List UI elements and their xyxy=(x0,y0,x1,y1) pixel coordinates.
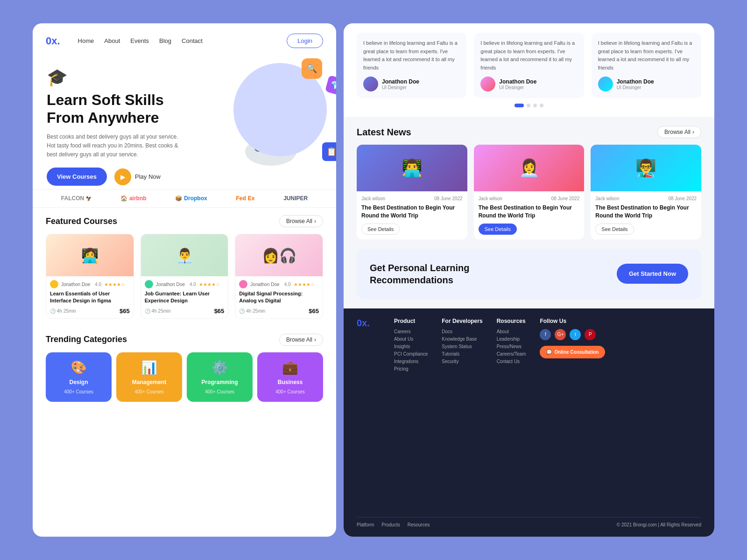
footer-link-tutorials[interactable]: Tutorials xyxy=(442,351,482,357)
testimonials-grid: I believe in lifelong learning and Faltu… xyxy=(357,33,701,98)
course-avatar-2 xyxy=(145,280,153,288)
footer-link-knowledge[interactable]: Knowledge Base xyxy=(442,336,482,342)
category-management[interactable]: 📊 Management 400+ Courses xyxy=(116,352,182,402)
dot-3[interactable] xyxy=(533,104,537,107)
testimonial-name-1: Jonathon Doe xyxy=(382,78,419,85)
footer-product-title: Product xyxy=(394,318,428,324)
testimonial-user-1: Jonathon Doe UI Desinger xyxy=(363,77,460,91)
course-meta-2: Jonathon Doe 4.0 ★★★★☆ xyxy=(145,280,225,288)
login-button[interactable]: Login xyxy=(287,34,323,48)
browse-all-courses-button[interactable]: Browse All › xyxy=(279,215,323,227)
nav-blog[interactable]: Blog xyxy=(159,37,171,44)
course-card-3: 👩‍🎧 Jonathon Doe 4.0 ★★★★☆ Digital Signa… xyxy=(235,234,323,319)
news-author-1: Jack wilson xyxy=(361,196,385,201)
courses-grid: 👩‍💻 Jonathon Doe 4.0 ★★★★☆ Learn Essenti… xyxy=(46,234,323,319)
float-list-icon: 📋 xyxy=(322,142,336,161)
testimonial-user-3: Jonathon Doe UI Desinger xyxy=(598,77,695,91)
navbar: 0x. Home About Events Blog Contact Login xyxy=(33,23,336,58)
news-detail-btn-2[interactable]: See Details xyxy=(479,224,517,235)
pinterest-icon[interactable]: P xyxy=(585,329,596,340)
float-diamond-icon: 💎 xyxy=(325,75,336,96)
category-business[interactable]: 💼 Business 400+ Courses xyxy=(257,352,323,402)
footer-link-status[interactable]: System Status xyxy=(442,344,482,349)
nav-about[interactable]: About xyxy=(104,37,120,44)
testimonial-name-3: Jonathon Doe xyxy=(617,78,654,85)
footer-bottom-platform[interactable]: Platform xyxy=(357,522,374,527)
news-meta-1: Jack wilson 08 June 2022 xyxy=(361,196,463,201)
footer-link-security[interactable]: Security xyxy=(442,359,482,364)
news-detail-btn-3[interactable]: See Details xyxy=(595,224,634,235)
latest-news-section: Latest News Browse All › 👨‍💻 Jack wilson… xyxy=(344,117,714,249)
twitter-icon[interactable]: t xyxy=(570,329,581,340)
brand-dropbox: 📦Dropbox xyxy=(175,195,207,202)
browse-all-news-button[interactable]: Browse All › xyxy=(657,126,701,138)
brand-juniper: JUNIPER xyxy=(283,195,308,202)
testimonial-name-2: Jonathon Doe xyxy=(499,78,536,85)
footer-link-about[interactable]: About xyxy=(497,329,526,334)
footer-link-docs[interactable]: Docs xyxy=(442,329,482,334)
footer-link-leadership[interactable]: Leadership xyxy=(497,336,526,342)
testimonial-text-2: I believe in lifelong learning and Faltu… xyxy=(480,39,577,72)
carousel-dots xyxy=(357,104,701,107)
design-count: 400+ Courses xyxy=(64,389,93,394)
google-plus-icon[interactable]: G+ xyxy=(555,329,566,340)
course-footer-2: 🕐 4h 25min $65 xyxy=(145,308,225,315)
brands-section: FALCON🦅 🏠airbnb 📦Dropbox FedEx JUNIPER xyxy=(33,189,336,208)
news-title: Latest News xyxy=(357,127,411,138)
course-meta-1: Jonathon Doe 4.0 ★★★★☆ xyxy=(50,280,130,288)
course-author-1: Jonathon Doe xyxy=(61,282,90,287)
footer-developers-col: For Developers Docs Knowledge Base Syste… xyxy=(442,318,482,374)
business-icon: 💼 xyxy=(282,360,298,375)
footer-link-careers[interactable]: Careers xyxy=(394,329,428,334)
news-author-3: Jack wilson xyxy=(595,196,619,201)
view-courses-button[interactable]: View Courses xyxy=(47,168,107,186)
footer-link-press[interactable]: Press/News xyxy=(497,344,526,349)
testimonial-3: I believe in lifelong learning and Faltu… xyxy=(592,33,701,98)
float-search-icon: 🔍 xyxy=(302,58,322,79)
footer-bottom-products[interactable]: Products xyxy=(381,522,400,527)
left-panel: 0x. Home About Events Blog Contact Login… xyxy=(33,23,336,537)
footer-link-insights[interactable]: Insights xyxy=(394,344,428,349)
play-now-button[interactable]: ▶ Play Now xyxy=(114,168,161,185)
management-name: Management xyxy=(132,379,166,385)
browse-all-categories-button[interactable]: Browse All › xyxy=(279,334,323,346)
news-meta-2: Jack wilson 08 June 2022 xyxy=(479,196,580,201)
get-started-button[interactable]: Get Started Now xyxy=(617,264,688,284)
brand-fedex: FedEx xyxy=(236,195,254,202)
footer-link-about-us[interactable]: About Us xyxy=(394,336,428,342)
category-design[interactable]: 🎨 Design 400+ Courses xyxy=(46,352,112,402)
testimonial-text-3: I believe in lifelong learning and Faltu… xyxy=(598,39,695,72)
dot-4[interactable] xyxy=(540,104,543,107)
nav-home[interactable]: Home xyxy=(78,37,94,44)
nav-contact[interactable]: Contact xyxy=(182,37,203,44)
footer-link-pci[interactable]: PCI Compliance xyxy=(394,351,428,357)
cta-banner: Get Personal Learning Recommendations Ge… xyxy=(357,249,701,299)
dot-1[interactable] xyxy=(514,104,524,107)
course-footer-1: 🕐 4h 25min $65 xyxy=(50,308,130,315)
nav-events[interactable]: Events xyxy=(130,37,149,44)
course-title-1: Learn Essentials of User Interface Desig… xyxy=(50,290,130,305)
course-duration-2: 🕐 4h 25min xyxy=(145,308,171,314)
facebook-icon[interactable]: f xyxy=(540,329,551,340)
news-detail-btn-1[interactable]: See Details xyxy=(361,224,400,235)
course-footer-3: 🕐 4h 25min $65 xyxy=(239,308,319,315)
testimonial-role-1: UI Desinger xyxy=(382,85,419,90)
management-count: 400+ Courses xyxy=(134,389,164,394)
categories-grid: 🎨 Design 400+ Courses 📊 Management 400+ … xyxy=(46,352,323,402)
programming-icon: ⚙️ xyxy=(211,360,228,375)
footer-link-pricing[interactable]: Pricing xyxy=(394,366,428,371)
category-programming[interactable]: ⚙️ Programming 400+ Courses xyxy=(187,352,253,402)
course-avatar-1 xyxy=(50,280,58,288)
footer-link-careers-team[interactable]: Careers/Team xyxy=(497,351,526,357)
news-date-3: 08 June 2022 xyxy=(668,196,697,201)
news-body-2: Jack wilson 08 June 2022 The Best Destin… xyxy=(474,191,585,239)
course-price-3: $65 xyxy=(309,308,319,315)
play-icon: ▶ xyxy=(114,168,131,185)
dot-2[interactable] xyxy=(527,104,530,107)
footer-bottom-resources[interactable]: Resources xyxy=(408,522,430,527)
online-consultation-button[interactable]: 💬 Online Consultation xyxy=(540,346,605,358)
news-header: Latest News Browse All › xyxy=(357,126,701,138)
testimonials-section: I believe in lifelong learning and Faltu… xyxy=(344,23,714,117)
footer-link-contact[interactable]: Contact Us xyxy=(497,359,526,364)
footer-link-integrations[interactable]: Integrations xyxy=(394,359,428,364)
